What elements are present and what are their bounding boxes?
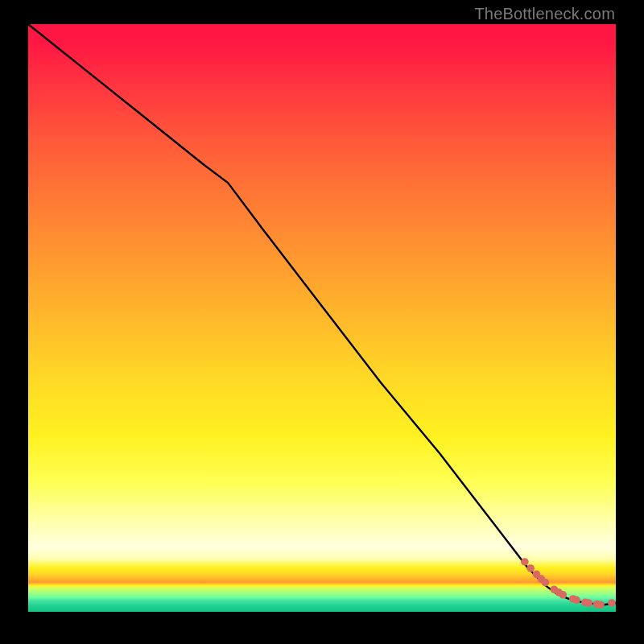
scatter-point — [572, 597, 580, 605]
scatter-point — [608, 599, 616, 607]
chart-overlay — [28, 24, 616, 612]
scatter-point — [542, 579, 550, 587]
scatter-point — [559, 591, 568, 599]
scatter-points — [521, 558, 616, 609]
scatter-point — [526, 564, 535, 572]
bottleneck-curve — [28, 24, 616, 605]
watermark-label: TheBottleneck.com — [474, 5, 615, 23]
scatter-point — [585, 599, 593, 607]
scatter-point — [597, 601, 605, 609]
scatter-point — [521, 558, 529, 566]
